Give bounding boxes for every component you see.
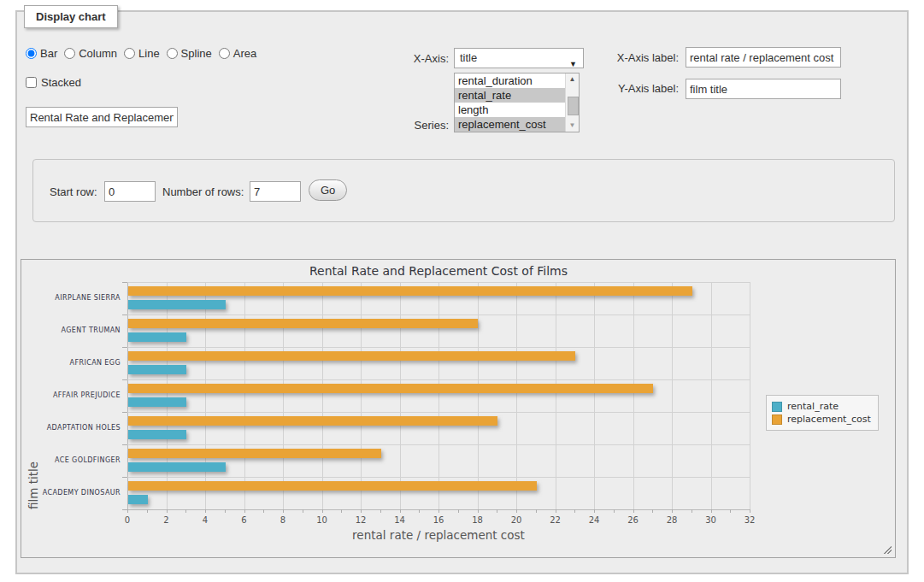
- stacked-row: Stacked: [26, 76, 81, 89]
- x-tick-label: 10: [309, 515, 335, 525]
- gridline-vertical: [438, 282, 439, 509]
- bar-rental_rate-3: [128, 397, 186, 407]
- x-tick-label: 6: [232, 515, 257, 525]
- gridline-horizontal: [127, 282, 750, 283]
- x-minor-tick: [127, 509, 128, 513]
- y-tick-mark: [122, 477, 127, 478]
- gridline-vertical: [244, 282, 245, 509]
- scroll-down-icon[interactable]: ▼: [566, 120, 579, 132]
- x-minor-tick: [458, 509, 459, 513]
- gridline-horizontal: [127, 477, 750, 478]
- gridline-vertical: [400, 282, 401, 509]
- bar-replacement_cost-6: [128, 481, 537, 491]
- chart-type-radio-spline[interactable]: [167, 48, 178, 59]
- series-listbox[interactable]: rental_durationrental_ratelengthreplacem…: [454, 73, 580, 132]
- gridline-horizontal: [127, 444, 750, 445]
- y-tick-mark: [122, 282, 127, 283]
- bar-replacement_cost-5: [128, 449, 381, 458]
- bar-replacement_cost-3: [128, 384, 653, 393]
- chart-type-label-bar: Bar: [40, 47, 57, 60]
- chart-type-radio-bar[interactable]: [26, 48, 37, 59]
- chevron-down-icon: ▼: [569, 55, 577, 73]
- x-minor-tick: [711, 509, 712, 513]
- gridline-vertical: [516, 282, 517, 509]
- gridline-vertical: [633, 282, 634, 509]
- chart-type-label-line: Line: [138, 47, 160, 60]
- x-minor-tick: [692, 509, 692, 513]
- x-axis-select-label: X-Axis:: [385, 52, 449, 65]
- start-row-input[interactable]: [104, 181, 156, 202]
- bar-replacement_cost-0: [128, 286, 692, 296]
- x-tick-label: 20: [503, 515, 529, 525]
- x-axis-selected-value: title: [460, 51, 477, 64]
- x-tick-label: 18: [465, 515, 491, 525]
- x-minor-tick: [147, 509, 148, 513]
- page: Display chart BarColumnLineSplineArea St…: [0, 0, 924, 582]
- chart-type-group: BarColumnLineSplineArea: [26, 47, 263, 60]
- x-axis-label-input[interactable]: [686, 47, 841, 68]
- x-tick-label: 28: [659, 515, 685, 525]
- stacked-checkbox[interactable]: [26, 77, 37, 88]
- chart-type-radio-line[interactable]: [124, 48, 135, 59]
- legend-item-rental_rate[interactable]: rental_rate: [772, 401, 871, 412]
- go-button[interactable]: Go: [309, 179, 347, 201]
- gridline-vertical: [478, 282, 479, 509]
- x-minor-tick: [361, 509, 362, 513]
- x-minor-tick: [672, 509, 673, 513]
- x-minor-tick: [419, 509, 420, 513]
- x-minor-tick: [225, 509, 226, 513]
- x-minor-tick: [341, 509, 342, 513]
- x-minor-tick: [303, 509, 303, 513]
- x-tick-label: 14: [387, 515, 413, 525]
- x-minor-tick: [730, 509, 731, 513]
- x-tick-label: 0: [115, 515, 140, 525]
- x-minor-tick: [400, 509, 401, 513]
- gridline-horizontal: [127, 379, 750, 380]
- x-minor-tick: [594, 509, 595, 513]
- x-tick-label: 4: [192, 515, 218, 525]
- x-axis-label-label: X-Axis label:: [609, 51, 679, 64]
- legend-label: rental_rate: [787, 401, 839, 412]
- chart-legend: rental_ratereplacement_cost: [766, 395, 879, 431]
- series-select-label: Series:: [385, 119, 449, 132]
- x-minor-tick: [652, 509, 653, 513]
- chart-container: Rental Rate and Replacement Cost of Film…: [21, 259, 896, 558]
- bar-rental_rate-2: [128, 365, 186, 374]
- y-axis-title: film title: [26, 282, 40, 509]
- x-minor-tick: [438, 509, 439, 513]
- series-scrollbar[interactable]: ▲ ▼: [565, 73, 579, 132]
- x-minor-tick: [283, 509, 284, 513]
- num-rows-input[interactable]: [250, 181, 301, 202]
- series-option-rental_rate[interactable]: rental_rate: [455, 88, 566, 103]
- chart-title-input[interactable]: [26, 107, 178, 127]
- bar-rental_rate-5: [128, 462, 226, 472]
- x-minor-tick: [556, 509, 556, 513]
- x-minor-tick: [185, 509, 186, 513]
- chart-type-radio-area[interactable]: [219, 48, 230, 59]
- bar-rental_rate-4: [128, 430, 186, 439]
- num-rows-label: Number of rows:: [162, 185, 244, 198]
- bar-replacement_cost-1: [128, 319, 478, 328]
- y-tick-mark: [122, 379, 127, 380]
- x-tick-label: 30: [698, 515, 724, 525]
- scrollbar-thumb[interactable]: [568, 97, 579, 115]
- y-axis-label-label: Y-Axis label:: [609, 82, 679, 95]
- gridline-vertical: [711, 282, 712, 509]
- scroll-up-icon[interactable]: ▲: [566, 73, 579, 85]
- bar-replacement_cost-2: [128, 351, 575, 361]
- x-minor-tick: [478, 509, 479, 513]
- series-option-replacement_cost[interactable]: replacement_cost: [455, 117, 566, 132]
- y-tick-mark: [122, 347, 127, 348]
- x-minor-tick: [244, 509, 245, 513]
- fieldset-legend: Display chart: [24, 5, 118, 28]
- x-minor-tick: [205, 509, 206, 513]
- x-axis-select[interactable]: title ▼: [454, 48, 584, 68]
- legend-item-replacement_cost[interactable]: replacement_cost: [772, 414, 871, 425]
- resize-grip-icon[interactable]: [882, 544, 892, 554]
- series-option-rental_duration[interactable]: rental_duration: [455, 73, 566, 88]
- y-axis-label-input[interactable]: [686, 79, 841, 99]
- series-option-length[interactable]: length: [455, 103, 566, 117]
- chart-type-radio-column[interactable]: [64, 48, 75, 59]
- gridline-horizontal: [127, 347, 750, 348]
- x-minor-tick: [574, 509, 575, 513]
